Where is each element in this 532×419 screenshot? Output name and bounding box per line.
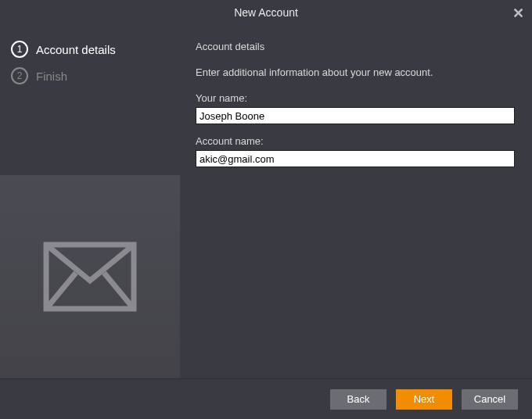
step-account-details[interactable]: 1 Account details (11, 41, 169, 58)
main-panel: Account details Enter additional informa… (180, 27, 532, 378)
titlebar: New Account ✕ (0, 0, 532, 27)
dialog-title: New Account (234, 6, 298, 19)
sidebar-graphic (0, 175, 180, 378)
envelope-icon (43, 242, 137, 312)
back-button[interactable]: Back (330, 389, 386, 410)
panel-instruction: Enter additional information about your … (196, 66, 516, 78)
sidebar: 1 Account details 2 Finish (0, 27, 180, 378)
wizard-steps: 1 Account details 2 Finish (0, 27, 180, 84)
step-number-1: 1 (11, 41, 28, 58)
content-area: 1 Account details 2 Finish Account detai… (0, 27, 532, 378)
account-name-label: Account name: (196, 135, 516, 147)
account-name-input[interactable] (196, 150, 515, 167)
step-label: Finish (36, 70, 67, 83)
cancel-button[interactable]: Cancel (462, 389, 518, 410)
next-button[interactable]: Next (396, 389, 452, 410)
close-icon[interactable]: ✕ (512, 5, 524, 22)
your-name-input[interactable] (196, 107, 515, 124)
your-name-label: Your name: (196, 92, 516, 104)
step-number-2: 2 (11, 67, 28, 84)
step-label: Account details (36, 43, 116, 56)
step-finish[interactable]: 2 Finish (11, 67, 169, 84)
footer: Back Next Cancel (0, 378, 532, 419)
panel-heading: Account details (196, 41, 516, 52)
